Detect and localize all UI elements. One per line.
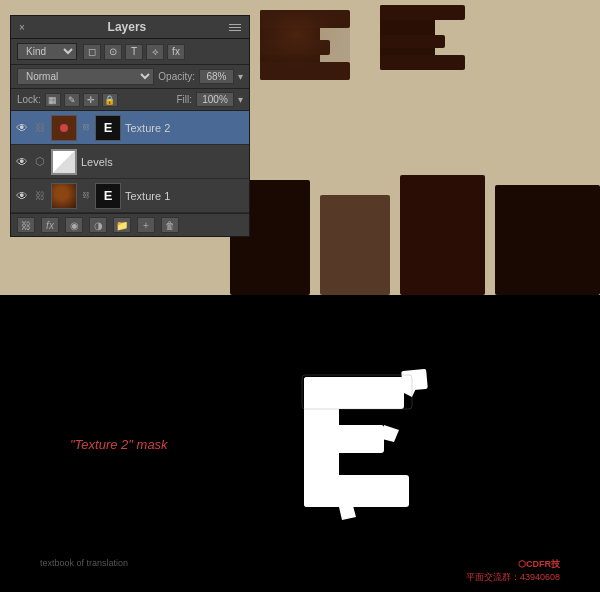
filter-row: Kind ◻ ⊙ T ⟡ fx [11, 39, 249, 65]
toolbar-adjustment-button[interactable]: ◑ [89, 217, 107, 233]
toolbar-mask-button[interactable]: ◉ [65, 217, 83, 233]
filter-icon-group: ◻ ⊙ T ⟡ fx [83, 44, 185, 60]
layer-link-icon-texture2: ⛓ [33, 121, 47, 135]
svg-rect-17 [304, 475, 409, 507]
opacity-label: Opacity: [158, 71, 195, 82]
layer-row-texture2[interactable]: 👁 ⛓ ⛓ E Texture 2 [11, 111, 249, 145]
toolbar-group-button[interactable]: 📁 [113, 217, 131, 233]
blend-mode-dropdown[interactable]: Normal [17, 68, 154, 85]
layer-thumb-levels [51, 149, 77, 175]
mask-e-shape [284, 362, 444, 526]
svg-rect-8 [380, 35, 445, 48]
filter-text-icon[interactable]: T [125, 44, 143, 60]
canvas-background [230, 0, 600, 295]
layer-visibility-levels[interactable]: 👁 [15, 155, 29, 169]
layer-row-texture1[interactable]: 👁 ⛓ ⛓ E Texture 1 [11, 179, 249, 213]
layer-thumb-texture1 [51, 183, 77, 209]
svg-rect-12 [400, 175, 485, 295]
layer-row-levels[interactable]: 👁 ⬡ Levels [11, 145, 249, 179]
svg-rect-5 [260, 10, 350, 80]
filter-pixel-icon[interactable]: ◻ [83, 44, 101, 60]
toolbar-new-layer-button[interactable]: + [137, 217, 155, 233]
layer-name-levels: Levels [81, 156, 245, 168]
panel-toolbar: ⛓ fx ◉ ◑ 📁 + 🗑 [11, 213, 249, 236]
toolbar-link-button[interactable]: ⛓ [17, 217, 35, 233]
layer-mask-texture2: E [95, 115, 121, 141]
canvas-area: × Layers Kind ◻ ⊙ T ⟡ fx Normal Opa [0, 0, 600, 295]
layer-name-texture1: Texture 1 [125, 190, 245, 202]
toolbar-delete-button[interactable]: 🗑 [161, 217, 179, 233]
lock-row: Lock: ▦ ✎ ✛ 🔒 Fill: ▾ [11, 89, 249, 111]
blend-mode-row: Normal Opacity: ▾ [11, 65, 249, 89]
layers-panel: × Layers Kind ◻ ⊙ T ⟡ fx Normal Opa [10, 15, 250, 237]
fill-label: Fill: [176, 94, 192, 105]
opacity-input[interactable] [199, 69, 234, 84]
panel-title: Layers [108, 20, 147, 34]
svg-rect-21 [401, 368, 428, 390]
lock-paint-icon[interactable]: ✎ [64, 93, 80, 107]
layer-visibility-texture2[interactable]: 👁 [15, 121, 29, 135]
mask-description-text: "Texture 2" mask [70, 436, 168, 451]
svg-rect-15 [304, 377, 404, 409]
toolbar-fx-button[interactable]: fx [41, 217, 59, 233]
layer-name-texture2: Texture 2 [125, 122, 245, 134]
watermark-group: 平面交流群：43940608 [466, 571, 560, 584]
svg-rect-13 [495, 185, 600, 295]
mask-e-svg [284, 362, 444, 522]
lock-transparency-icon[interactable]: ▦ [45, 93, 61, 107]
watermark-left-text: textbook of translation [40, 558, 128, 584]
layer-link-icon-texture1: ⛓ [33, 189, 47, 203]
mask-display-area: "Texture 2" mask [0, 295, 600, 592]
layer-type-levels: ⬡ [33, 155, 47, 169]
layer-chain-texture2: ⛓ [81, 115, 91, 141]
lock-icons-group: ▦ ✎ ✛ 🔒 [45, 93, 118, 107]
filter-path-icon[interactable]: ⟡ [146, 44, 164, 60]
filter-adjust-icon[interactable]: ⊙ [104, 44, 122, 60]
svg-rect-16 [304, 425, 384, 453]
fill-input[interactable] [196, 92, 234, 107]
svg-rect-9 [380, 55, 465, 70]
fill-arrow[interactable]: ▾ [238, 94, 243, 105]
svg-rect-11 [320, 195, 390, 295]
svg-marker-19 [382, 425, 399, 442]
layer-mask-texture1: E [95, 183, 121, 209]
layer-thumb-texture2 [51, 115, 77, 141]
panel-close-icon[interactable]: × [19, 22, 25, 33]
lock-move-icon[interactable]: ✛ [83, 93, 99, 107]
watermark-logo: ⬡CDFR技 [466, 558, 560, 571]
layer-visibility-texture1[interactable]: 👁 [15, 189, 29, 203]
watermark-area: textbook of translation ⬡CDFR技 平面交流群：439… [0, 558, 600, 584]
opacity-arrow[interactable]: ▾ [238, 71, 243, 82]
lock-all-icon[interactable]: 🔒 [102, 93, 118, 107]
lock-label: Lock: [17, 94, 41, 105]
filter-smart-icon[interactable]: fx [167, 44, 185, 60]
layer-chain-texture1: ⛓ [81, 183, 91, 209]
panel-header: × Layers [11, 16, 249, 39]
filter-type-dropdown[interactable]: Kind [17, 43, 77, 60]
panel-menu-button[interactable] [229, 24, 241, 31]
svg-rect-7 [380, 5, 465, 20]
